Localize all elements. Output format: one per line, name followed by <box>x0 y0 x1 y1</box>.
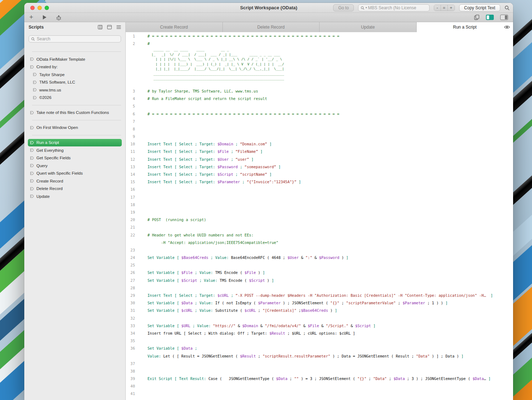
script-step-row[interactable]: 36Set Variable [ $Data ; <box>126 345 513 352</box>
script-step-row[interactable]: 42 <box>126 398 513 400</box>
script-step-row[interactable]: 23 <box>126 246 513 254</box>
sidebar-script-item[interactable]: Taylor Sharpe <box>28 71 122 78</box>
script-step-row[interactable]: 2# <box>126 40 513 47</box>
script-step-row[interactable]: 40 <box>126 382 513 390</box>
search-icon[interactable] <box>505 5 510 10</box>
sidebar-script-item[interactable]: Created by: <box>28 63 122 71</box>
script-step-row[interactable]: 29Insert Text [ Select ; Target: $cURL ;… <box>126 291 513 299</box>
script-step-row[interactable]: 11Insert Text [ Select ; Target: $File ;… <box>126 148 513 155</box>
visibility-eye-icon[interactable] <box>504 25 510 29</box>
script-debugger-bug-icon[interactable] <box>56 15 61 20</box>
tab-delete-record[interactable]: Delete Record <box>223 22 320 32</box>
copy-docs-icon[interactable] <box>474 15 480 20</box>
script-step-row[interactable]: 12Insert Text [ Select ; Target: $User ;… <box>126 155 513 163</box>
sidebar-script-item[interactable]: Get Specific Fields <box>28 154 122 162</box>
script-name: Get Everything <box>36 148 64 152</box>
toggle-right-pane-icon[interactable] <box>500 15 508 20</box>
sidebar-script-item[interactable]: Delete Record <box>28 185 122 192</box>
run-script-play-icon[interactable] <box>42 15 47 20</box>
sidebar-script-item[interactable]: Run a Script <box>28 139 122 146</box>
minimize-window-button[interactable] <box>37 6 42 10</box>
sidebar-script-item[interactable]: Create Record <box>28 177 122 185</box>
line-number: 32 <box>126 316 135 320</box>
sidebar-script-item[interactable]: www.tms.us <box>28 86 122 94</box>
sidebar-script-item[interactable]: On First Window Open <box>28 124 122 131</box>
script-step-row[interactable]: 35 <box>126 337 513 345</box>
script-step-row[interactable]: 37 <box>126 360 513 367</box>
script-step-row[interactable]: 38 <box>126 367 513 375</box>
sidebar-script-item[interactable]: Query <box>28 162 122 169</box>
script-tag-icon <box>33 88 37 92</box>
script-step-row[interactable]: 21 <box>126 224 513 231</box>
close-window-button[interactable] <box>30 6 35 10</box>
sidebar-script-item[interactable]: Take note of this files Custom Functions <box>28 109 122 116</box>
script-step-row[interactable]: 17 <box>126 193 513 201</box>
script-tag-icon <box>30 57 34 61</box>
tab-create-record[interactable]: Create Record <box>126 22 223 32</box>
toggle-left-pane-icon[interactable] <box>486 15 494 20</box>
tab-run-a-script[interactable]: Run a Script <box>417 22 513 32</box>
script-step-row[interactable]: 5 <box>126 102 513 110</box>
script-step-row[interactable]: 19 <box>126 208 513 216</box>
sidebar-script-item[interactable]: OData FielMaker Template <box>28 55 122 63</box>
script-step-row[interactable]: 6# = = = = = = = = = = = = = = = = = = =… <box>126 110 513 118</box>
search-options-chevron-icon[interactable]: ▾ <box>366 6 367 9</box>
script-step-row[interactable]: 1# = = = = = = = = = = = = = = = = = = =… <box>126 32 513 40</box>
script-step-row[interactable]: 34Insert from URL [ Select ; With dialog… <box>126 329 513 337</box>
script-step-row[interactable]: 15Insert Text [ Select ; Target: $Parame… <box>126 178 513 186</box>
grid-view-icon[interactable] <box>98 25 102 29</box>
script-step-row[interactable]: 25 <box>126 261 513 269</box>
script-step-row[interactable]: 39Exit Script [ Text Result: Case ( JSON… <box>126 375 513 382</box>
script-name: Delete Record <box>36 186 63 191</box>
script-step-row[interactable]: 28 <box>126 284 513 291</box>
ascii-art-row[interactable]: _____ __ __ ____ ____ __ _ |_ _| \/ / __… <box>126 47 513 87</box>
script-step-row[interactable]: 30Set Variable [ $Data ; Value: If ( not… <box>126 299 513 307</box>
script-step-row[interactable]: 8 <box>126 125 513 132</box>
window-titlebar[interactable]: Script Workspace (OData) Go to ▾ MBS Sea… <box>24 3 513 13</box>
goto-button[interactable]: Go to <box>333 4 353 11</box>
script-step-row[interactable]: 24Set Variable [ $Base64Creds ; Value: B… <box>126 254 513 261</box>
script-tag-icon <box>30 111 34 115</box>
script-step-row[interactable]: 31Set Variable [ $cURL ; Value: Substitu… <box>126 307 513 314</box>
script-step-row[interactable]: 22# Header to get whole UUID numbers and… <box>126 231 513 239</box>
list-view-icon[interactable] <box>116 25 121 29</box>
zoom-out-button[interactable]: - <box>434 5 441 11</box>
script-step-row[interactable]: Value: Let ( [ Result = JSONGetElement (… <box>126 352 513 360</box>
script-step-row[interactable]: -H "Accept: application/json;IEEE754Comp… <box>126 239 513 246</box>
sidebar-script-item[interactable]: Update <box>28 192 122 200</box>
script-step-row[interactable]: 41 <box>126 390 513 398</box>
sidebar-script-item[interactable]: Get Everything <box>28 146 122 154</box>
script-step-row[interactable]: 14Insert Text [ Select ; Target: $Script… <box>126 170 513 178</box>
script-step-row[interactable]: 3# by Taylor Sharpe, TMS Software, LLC, … <box>126 87 513 95</box>
new-script-plus-icon[interactable]: + <box>29 14 33 20</box>
script-step-row[interactable]: 20# POST (running a script) <box>126 216 513 224</box>
script-step-row[interactable]: 26Set Variable [ $File ; Value: TMS Enco… <box>126 269 513 276</box>
line-number: 41 <box>126 391 135 396</box>
sidebar-search-input[interactable]: Search <box>29 35 121 42</box>
script-name: Quert with Specific Fields <box>36 171 83 175</box>
script-step-row[interactable]: 18 <box>126 201 513 208</box>
script-step-row[interactable]: 13Insert Text [ Select ; Target: $Passwo… <box>126 163 513 170</box>
line-number: 8 <box>126 127 135 131</box>
script-name: ©2026 <box>39 95 51 100</box>
script-list: OData FielMaker TemplateCreated by:Taylo… <box>24 48 125 200</box>
mbs-search-field[interactable]: ▾ MBS Search (No License <box>358 4 430 11</box>
zoom-in-button[interactable]: + <box>448 5 455 11</box>
script-step-row[interactable]: 32 <box>126 314 513 322</box>
tab-update[interactable]: Update <box>320 22 417 32</box>
script-step-row[interactable]: 7 <box>126 118 513 125</box>
sidebar-script-item[interactable]: Quert with Specific Fields <box>28 170 122 177</box>
script-step-row[interactable]: 16 <box>126 186 513 193</box>
zoom-reset-button[interactable]: = <box>441 5 448 11</box>
sidebar-script-item[interactable]: TMS Software, LLC <box>28 79 122 86</box>
sidebar-script-item[interactable]: ©2026 <box>28 94 122 101</box>
script-editor[interactable]: 1# = = = = = = = = = = = = = = = = = = =… <box>126 32 513 400</box>
zoom-window-button[interactable] <box>45 6 49 10</box>
script-step-row[interactable]: 27Set Variable [ $Script ; Value: TMS En… <box>126 276 513 284</box>
script-step-row[interactable]: 10Insert Text [ Select ; Target: $Domain… <box>126 140 513 148</box>
script-step-row[interactable]: 9 <box>126 133 513 140</box>
script-step-row[interactable]: 4# Run a FileMaker script and return the… <box>126 95 513 102</box>
copy-script-text-button[interactable]: Copy Script Text <box>459 4 500 11</box>
new-folder-icon[interactable] <box>107 25 112 29</box>
script-step-row[interactable]: 33Set Variable [ $URL ; Value: "https://… <box>126 322 513 329</box>
